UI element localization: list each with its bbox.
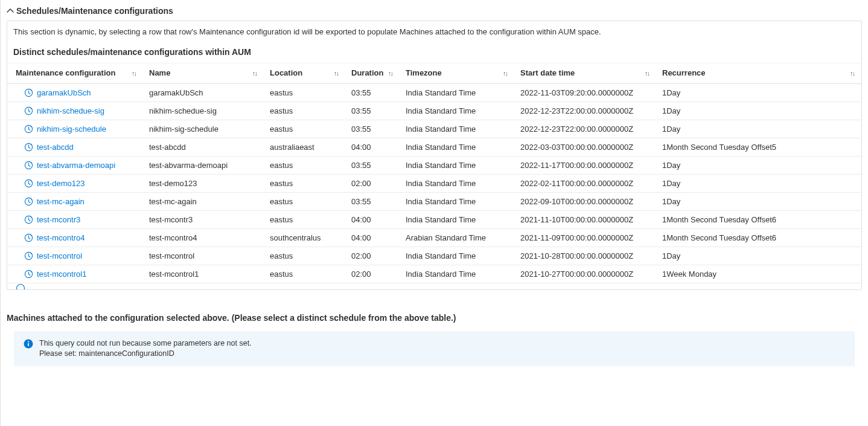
- maintenance-config-icon: [24, 124, 33, 134]
- maintenance-config-link[interactable]: test-mcontro4: [37, 233, 85, 242]
- cell-start: 2021-10-27T00:00:00.0000000Z: [514, 265, 656, 283]
- schedules-table: Maintenance configuration ↑↓ Name ↑↓ Loc…: [7, 63, 861, 283]
- table-row[interactable]: test-mcontroltest-mcontroleastus02:00Ind…: [7, 247, 861, 265]
- table-row[interactable]: nikhim-sig-schedulenikhim-sig-scheduleea…: [7, 120, 861, 138]
- table-body: garamakUbSchgaramakUbScheastus03:55India…: [7, 84, 861, 283]
- cell-recurrence: 1Month Second Tuesday Offset5: [656, 138, 861, 157]
- column-header-recurrence[interactable]: Recurrence ↑↓: [656, 63, 861, 84]
- cell-recurrence: 1Month Second Tuesday Offset6: [656, 211, 861, 229]
- maintenance-config-icon: [24, 106, 33, 115]
- maintenance-config-link[interactable]: test-demo123: [37, 179, 85, 188]
- cell-start: 2022-12-23T22:00:00.0000000Z: [514, 102, 656, 120]
- cell-timezone: India Standard Time: [400, 84, 514, 102]
- info-line-2: Please set: maintenanceConfigurationID: [39, 349, 252, 359]
- subsection-title: Distinct schedules/maintenance configura…: [7, 47, 861, 63]
- column-label: Start date time: [520, 68, 575, 77]
- sort-icon: ↑↓: [645, 69, 649, 77]
- cell-name: nikhim-schedue-sig: [143, 102, 264, 120]
- cell-start: 2022-12-23T22:00:00.0000000Z: [514, 120, 656, 138]
- cell-location: eastus: [264, 120, 345, 138]
- section-header[interactable]: Schedules/Maintenance configurations: [1, 0, 868, 21]
- maintenance-config-icon: [24, 251, 33, 260]
- cell-duration: 03:55: [345, 120, 400, 138]
- cell-timezone: India Standard Time: [400, 120, 514, 138]
- column-header-mc[interactable]: Maintenance configuration ↑↓: [7, 63, 143, 84]
- cell-location: eastus: [264, 265, 345, 283]
- cell-location: eastus: [264, 84, 345, 102]
- maintenance-config-icon: [24, 197, 33, 206]
- maintenance-config-icon: [24, 161, 33, 170]
- column-header-start[interactable]: Start date time ↑↓: [514, 63, 656, 84]
- cell-recurrence: 1Day: [656, 175, 861, 193]
- cell-start: 2022-03-03T00:00:00.0000000Z: [514, 138, 656, 157]
- maintenance-config-link[interactable]: test-mcontrol: [37, 251, 82, 260]
- cell-duration: 03:55: [345, 84, 400, 102]
- column-header-location[interactable]: Location ↑↓: [264, 63, 345, 84]
- info-message-box: This query could not run because some pa…: [14, 331, 855, 366]
- cell-name: test-mcontro4: [143, 229, 264, 247]
- maintenance-config-link[interactable]: nikhim-schedue-sig: [37, 106, 104, 115]
- maintenance-config-link[interactable]: test-abcdd: [37, 143, 74, 152]
- sort-icon: ↑↓: [334, 69, 338, 77]
- maintenance-config-link[interactable]: test-abvarma-demoapi: [37, 161, 115, 170]
- cell-name: test-mcontr3: [143, 211, 264, 229]
- maintenance-config-link[interactable]: nikhim-sig-schedule: [37, 124, 106, 134]
- cell-location: eastus: [264, 247, 345, 265]
- column-label: Recurrence: [662, 68, 706, 77]
- cell-recurrence: 1Day: [656, 157, 861, 175]
- cell-timezone: India Standard Time: [400, 157, 514, 175]
- cell-timezone: India Standard Time: [400, 175, 514, 193]
- page-container: Schedules/Maintenance configurations Thi…: [0, 0, 868, 426]
- sort-icon: ↑↓: [388, 69, 392, 77]
- cell-location: eastus: [264, 175, 345, 193]
- cell-duration: 04:00: [345, 138, 400, 157]
- table-row[interactable]: test-mcontrol1test-mcontrol1eastus02:00I…: [7, 265, 861, 283]
- cell-location: eastus: [264, 211, 345, 229]
- cell-duration: 03:55: [345, 157, 400, 175]
- cell-recurrence: 1Day: [656, 193, 861, 211]
- cell-recurrence: 1Month Second Tuesday Offset6: [656, 229, 861, 247]
- sort-icon: ↑↓: [503, 69, 507, 77]
- cell-location: eastus: [264, 157, 345, 175]
- cell-duration: 02:00: [345, 265, 400, 283]
- cell-name: nikhim-sig-schedule: [143, 120, 264, 138]
- maintenance-config-link[interactable]: test-mcontr3: [37, 215, 80, 224]
- maintenance-config-icon: [24, 88, 33, 97]
- maintenance-config-link[interactable]: garamakUbSch: [37, 88, 91, 97]
- maintenance-config-icon: [24, 179, 33, 188]
- table-row[interactable]: test-abcddtest-abcddaustraliaeast04:00In…: [7, 138, 861, 157]
- cell-location: southcentralus: [264, 229, 345, 247]
- schedules-table-container: Maintenance configuration ↑↓ Name ↑↓ Loc…: [7, 63, 861, 289]
- table-row[interactable]: test-demo123test-demo123eastus02:00India…: [7, 175, 861, 193]
- section-description: This section is dynamic, by selecting a …: [7, 27, 861, 36]
- cell-location: eastus: [264, 193, 345, 211]
- column-header-timezone[interactable]: Timezone ↑↓: [400, 63, 514, 84]
- table-row[interactable]: test-mcontr3test-mcontr3eastus04:00India…: [7, 211, 861, 229]
- cell-start: 2022-11-17T00:00:00.0000000Z: [514, 157, 656, 175]
- cell-location: australiaeast: [264, 138, 345, 157]
- table-row[interactable]: test-mc-againtest-mc-againeastus03:55Ind…: [7, 193, 861, 211]
- cell-name: garamakUbSch: [143, 84, 264, 102]
- cell-timezone: India Standard Time: [400, 193, 514, 211]
- maintenance-config-link[interactable]: test-mcontrol1: [37, 269, 86, 279]
- cell-recurrence: 1Day: [656, 247, 861, 265]
- table-row[interactable]: test-mcontro4test-mcontro4southcentralus…: [7, 229, 861, 247]
- column-label: Location: [270, 68, 302, 77]
- cell-timezone: India Standard Time: [400, 265, 514, 283]
- cell-name: test-abvarma-demoapi: [143, 157, 264, 175]
- sort-icon: ↑↓: [132, 69, 136, 77]
- cell-recurrence: 1Day: [656, 120, 861, 138]
- column-header-duration[interactable]: Duration ↑↓: [345, 63, 400, 84]
- sort-icon: ↑↓: [252, 69, 257, 77]
- maintenance-config-link[interactable]: test-mc-again: [37, 197, 85, 206]
- table-row[interactable]: test-abvarma-demoapitest-abvarma-demoapi…: [7, 157, 861, 175]
- cell-duration: 04:00: [345, 229, 400, 247]
- column-header-name[interactable]: Name ↑↓: [143, 63, 264, 84]
- cell-start: 2022-11-03T09:20:00.0000000Z: [514, 84, 656, 102]
- cell-timezone: India Standard Time: [400, 211, 514, 229]
- table-row[interactable]: nikhim-schedue-signikhim-schedue-sigeast…: [7, 102, 861, 120]
- table-overflow-hint: [7, 283, 861, 289]
- cell-timezone: Arabian Standard Time: [400, 229, 514, 247]
- machines-section-title: Machines attached to the configuration s…: [1, 301, 868, 331]
- table-row[interactable]: garamakUbSchgaramakUbScheastus03:55India…: [7, 84, 861, 102]
